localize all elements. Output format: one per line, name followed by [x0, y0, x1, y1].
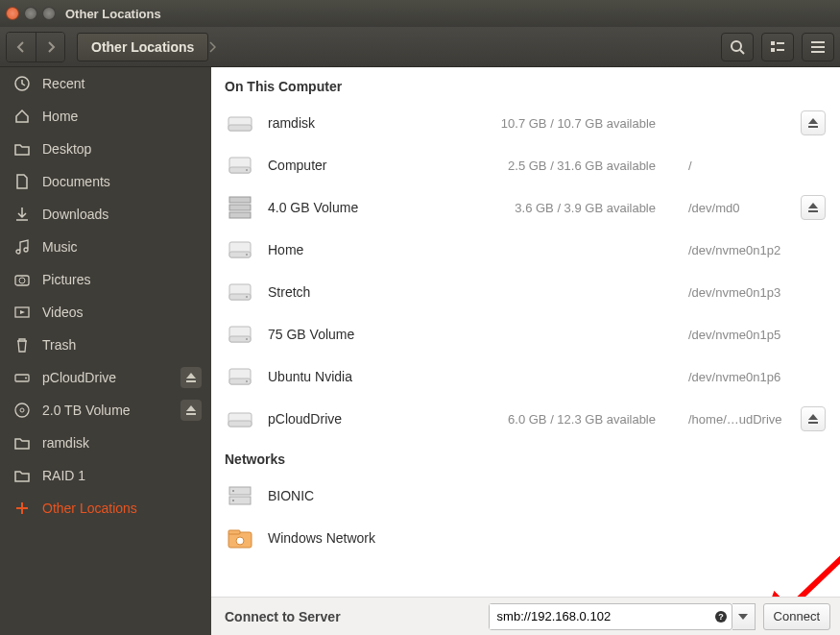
- server-history-button[interactable]: [732, 603, 756, 630]
- drive-name: pCloudDrive: [268, 411, 450, 427]
- drive-icon: [226, 320, 254, 349]
- sidebar-item-raid-1[interactable]: RAID 1: [0, 459, 211, 492]
- eject-button[interactable]: [801, 406, 826, 431]
- sidebar-item-desktop[interactable]: Desktop: [0, 133, 211, 165]
- server-address-input[interactable]: [490, 604, 710, 629]
- svg-point-31: [246, 254, 248, 256]
- server-help-button[interactable]: ?: [710, 610, 732, 623]
- folder-icon: [13, 142, 31, 156]
- drive-icon: [226, 278, 254, 306]
- window-maximize-button[interactable]: [42, 7, 56, 20]
- search-button[interactable]: [721, 33, 754, 61]
- drive-row[interactable]: Computer 2.5 GB / 31.6 GB available /: [211, 144, 840, 186]
- view-mode-button[interactable]: [761, 33, 794, 61]
- drive-icon: [226, 193, 254, 222]
- music-icon: [13, 239, 31, 255]
- svg-point-11: [19, 278, 25, 283]
- chevron-left-icon: [16, 41, 26, 53]
- svg-point-17: [20, 408, 24, 412]
- drive-path: /dev/md0: [669, 201, 787, 215]
- drive-icon: [226, 109, 254, 137]
- window-minimize-button[interactable]: [24, 7, 37, 20]
- eject-button[interactable]: [801, 110, 826, 135]
- drive-row[interactable]: 75 GB Volume /dev/nvme0n1p5: [211, 313, 840, 355]
- drive-size: 3.6 GB / 3.9 GB available: [464, 201, 656, 215]
- disc-icon: [13, 403, 31, 418]
- sidebar-item-label: Downloads: [42, 207, 108, 222]
- sidebar-item-pictures[interactable]: Pictures: [0, 263, 211, 296]
- camera-icon: [13, 273, 31, 286]
- sidebar-item-videos[interactable]: Videos: [0, 296, 211, 329]
- network-row[interactable]: BIONIC: [211, 475, 840, 517]
- folder-grey-icon: [13, 436, 31, 450]
- svg-point-0: [732, 41, 741, 51]
- drive-path: /dev/nvme0n1p5: [669, 328, 787, 342]
- network-icon: [226, 481, 254, 510]
- drive-row[interactable]: Stretch /dev/nvme0n1p3: [211, 271, 840, 313]
- eject-button[interactable]: [801, 195, 826, 220]
- svg-rect-21: [808, 126, 818, 128]
- sidebar-item-2-0-tb-volume[interactable]: 2.0 TB Volume: [0, 394, 211, 427]
- drive-icon: [226, 404, 254, 433]
- clock-icon: [13, 76, 31, 91]
- sidebar-item-downloads[interactable]: Downloads: [0, 198, 211, 231]
- sidebar-item-music[interactable]: Music: [0, 231, 211, 263]
- sidebar-item-ramdisk[interactable]: ramdisk: [0, 427, 211, 459]
- nav-back-button[interactable]: [7, 33, 36, 61]
- sidebar-item-label: Pictures: [42, 272, 91, 287]
- drive-row[interactable]: 4.0 GB Volume 3.6 GB / 3.9 GB available …: [211, 186, 840, 229]
- drive-path: /dev/nvme0n1p6: [669, 370, 787, 384]
- network-name: BIONIC: [268, 488, 826, 503]
- svg-point-46: [232, 490, 234, 492]
- svg-rect-18: [186, 413, 196, 415]
- plus-icon: [13, 501, 31, 515]
- drive-row[interactable]: ramdisk 10.7 GB / 10.7 GB available: [211, 102, 840, 144]
- chevron-right-icon: [46, 41, 56, 53]
- home-icon: [13, 109, 31, 124]
- connect-button[interactable]: Connect: [763, 603, 830, 630]
- drive-row[interactable]: Home /dev/nvme0n1p2: [211, 229, 840, 271]
- drive-row[interactable]: pCloudDrive 6.0 GB / 12.3 GB available /…: [211, 398, 840, 440]
- section-on-this-computer: On This Computer: [211, 67, 840, 102]
- sidebar-item-label: Other Locations: [42, 501, 137, 516]
- path-segment[interactable]: Other Locations: [77, 33, 208, 61]
- window-titlebar: Other Locations: [0, 0, 840, 27]
- drive-icon: [13, 372, 31, 383]
- svg-point-34: [246, 296, 248, 298]
- svg-point-24: [246, 169, 248, 171]
- network-row[interactable]: Windows Network: [211, 517, 840, 559]
- question-icon: ?: [714, 610, 728, 623]
- nav-forward-button[interactable]: [36, 33, 64, 61]
- main-panel: On This Computer ramdisk 10.7 GB / 10.7 …: [211, 67, 840, 635]
- drive-name: Home: [268, 242, 450, 257]
- svg-rect-28: [808, 210, 818, 212]
- hamburger-menu-button[interactable]: [802, 33, 834, 61]
- sidebar-item-pclouddrive[interactable]: pCloudDrive: [0, 361, 211, 394]
- drive-name: Ubuntu Nvidia: [268, 369, 450, 384]
- section-networks: Networks: [211, 440, 840, 475]
- window-close-button[interactable]: [6, 7, 19, 20]
- folder-grey-icon: [13, 469, 31, 482]
- sidebar-item-other-locations[interactable]: Other Locations: [0, 492, 211, 525]
- eject-button[interactable]: [180, 367, 202, 388]
- network-icon: [226, 524, 254, 552]
- sidebar-item-recent[interactable]: Recent: [0, 67, 211, 100]
- drive-path: /dev/nvme0n1p2: [669, 243, 787, 257]
- sidebar-item-documents[interactable]: Documents: [0, 165, 211, 198]
- hamburger-icon: [811, 41, 825, 53]
- svg-point-16: [15, 403, 29, 417]
- drive-name: Stretch: [268, 284, 450, 300]
- svg-rect-20: [228, 125, 252, 131]
- sidebar-item-home[interactable]: Home: [0, 100, 211, 133]
- eject-button[interactable]: [180, 400, 202, 421]
- drive-size: 10.7 GB / 10.7 GB available: [464, 116, 656, 131]
- svg-point-47: [232, 500, 234, 501]
- drive-name: 75 GB Volume: [268, 327, 450, 342]
- sidebar-item-trash[interactable]: Trash: [0, 329, 211, 361]
- svg-rect-26: [229, 205, 251, 210]
- sidebar-item-label: RAID 1: [42, 468, 85, 483]
- svg-rect-4: [771, 48, 775, 52]
- sidebar: Recent Home Desktop Documents Downloads …: [0, 67, 211, 635]
- drive-row[interactable]: Ubuntu Nvidia /dev/nvme0n1p6: [211, 355, 840, 398]
- sidebar-item-label: Home: [42, 109, 78, 124]
